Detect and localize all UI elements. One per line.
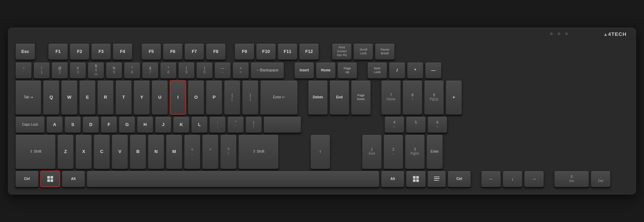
- key-comma[interactable]: < ,: [184, 135, 200, 169]
- key-d[interactable]: D: [83, 116, 99, 133]
- key-l[interactable]: L: [191, 116, 208, 133]
- key-scroll-lock[interactable]: ScrollLock: [353, 43, 373, 60]
- key-lalt[interactable]: Alt: [62, 171, 85, 187]
- key-insert[interactable]: Insert: [294, 62, 314, 79]
- key-backtick[interactable]: ~ `: [15, 62, 32, 79]
- key-j[interactable]: J: [155, 116, 171, 133]
- key-num9[interactable]: 9 PgUp: [424, 80, 444, 115]
- key-backspace[interactable]: ←Backspace: [251, 62, 284, 79]
- key-z[interactable]: Z: [57, 135, 74, 169]
- key-delete[interactable]: Delete: [308, 80, 328, 115]
- key-y[interactable]: Y: [134, 80, 150, 115]
- key-h[interactable]: H: [137, 116, 153, 133]
- key-lbracket[interactable]: { [: [224, 80, 240, 115]
- key-f1[interactable]: F1: [48, 43, 68, 60]
- key-v[interactable]: V: [112, 135, 128, 169]
- key-rbracket[interactable]: } ]: [242, 80, 258, 115]
- key-pageup[interactable]: PageUp: [337, 62, 357, 79]
- key-f6[interactable]: F6: [163, 43, 183, 60]
- key-5[interactable]: % 5: [106, 62, 122, 79]
- key-equals[interactable]: + =: [233, 62, 249, 79]
- key-num-multiply[interactable]: *: [407, 62, 423, 79]
- key-numlock[interactable]: NumLock: [367, 62, 387, 79]
- key-backslash[interactable]: | \: [246, 116, 262, 133]
- key-0[interactable]: ) 0: [196, 62, 213, 79]
- key-1[interactable]: ! 1: [33, 62, 50, 79]
- key-2[interactable]: @ 2: [52, 62, 68, 79]
- key-r[interactable]: R: [97, 80, 114, 115]
- key-num3[interactable]: 3 PgDn: [405, 135, 425, 169]
- key-print-screen[interactable]: PrintScreenSys Rq: [332, 43, 352, 60]
- key-num-divide[interactable]: /: [389, 62, 405, 79]
- key-enter-top[interactable]: Enter ↵: [260, 80, 298, 115]
- key-slash[interactable]: ? /: [220, 135, 237, 169]
- key-enter-bottom[interactable]: [264, 116, 301, 133]
- key-numdot[interactable]: . Del: [591, 171, 611, 187]
- key-f8[interactable]: F8: [206, 43, 226, 60]
- key-caps-lock[interactable]: Caps Lock: [15, 116, 45, 133]
- key-num8[interactable]: 8 ↑: [403, 80, 422, 115]
- key-home[interactable]: Home: [316, 62, 336, 79]
- key-num-plus[interactable]: +: [446, 80, 462, 115]
- key-s[interactable]: S: [65, 116, 81, 133]
- key-ralt[interactable]: Alt: [381, 171, 404, 187]
- key-space[interactable]: [87, 171, 379, 187]
- key-f12[interactable]: F12: [299, 43, 319, 60]
- key-o[interactable]: O: [188, 80, 204, 115]
- key-b[interactable]: B: [130, 135, 146, 169]
- key-quote[interactable]: " ': [227, 116, 244, 133]
- key-num7[interactable]: 7 Home: [381, 80, 401, 115]
- key-k[interactable]: K: [173, 116, 190, 133]
- key-pause-break[interactable]: PauseBreak: [375, 43, 395, 60]
- key-num0[interactable]: 0 Ins: [554, 171, 589, 187]
- key-arrow-down[interactable]: ↓: [503, 171, 522, 187]
- key-num1[interactable]: 1 End: [362, 135, 382, 169]
- key-arrow-left[interactable]: ←: [481, 171, 501, 187]
- key-8[interactable]: * 8: [160, 62, 177, 79]
- key-period[interactable]: > .: [202, 135, 219, 169]
- key-g[interactable]: G: [119, 116, 135, 133]
- key-menu[interactable]: [428, 171, 446, 187]
- key-c[interactable]: C: [94, 135, 110, 169]
- key-p[interactable]: P: [206, 80, 222, 115]
- key-e[interactable]: E: [79, 80, 96, 115]
- key-f7[interactable]: F7: [184, 43, 204, 60]
- key-arrow-up[interactable]: ↑: [310, 135, 330, 169]
- key-pagedown[interactable]: PageDown: [351, 80, 371, 115]
- key-f2[interactable]: F2: [70, 43, 89, 60]
- key-3[interactable]: # 3: [70, 62, 86, 79]
- key-arrow-right[interactable]: →: [524, 171, 544, 187]
- key-num5[interactable]: 5 ·: [406, 116, 426, 133]
- key-q[interactable]: Q: [43, 80, 59, 115]
- key-7[interactable]: & 7: [142, 62, 158, 79]
- key-t[interactable]: T: [115, 80, 132, 115]
- key-rwin[interactable]: [406, 171, 426, 187]
- key-num-minus[interactable]: —: [425, 62, 442, 79]
- key-x[interactable]: X: [75, 135, 92, 169]
- key-end[interactable]: End: [330, 80, 349, 115]
- key-m[interactable]: M: [166, 135, 182, 169]
- key-lctrl[interactable]: Ctrl: [15, 171, 39, 187]
- key-f5[interactable]: F5: [141, 43, 161, 60]
- key-semicolon[interactable]: : ;: [209, 116, 226, 133]
- key-i[interactable]: I: [170, 80, 186, 115]
- key-6[interactable]: ^ 6: [124, 62, 140, 79]
- key-4[interactable]: $ 4 5€: [88, 62, 104, 79]
- key-lshift[interactable]: ⇧ Shift: [15, 135, 56, 169]
- key-num4[interactable]: 4 ←: [384, 116, 404, 133]
- key-f[interactable]: F: [101, 116, 117, 133]
- key-f11[interactable]: F11: [278, 43, 297, 60]
- key-rctrl[interactable]: Ctrl: [448, 171, 471, 187]
- key-num6[interactable]: 6 →: [428, 116, 447, 133]
- key-w[interactable]: W: [61, 80, 78, 115]
- key-a[interactable]: A: [46, 116, 63, 133]
- key-esc[interactable]: Esc: [15, 43, 35, 60]
- key-n[interactable]: N: [148, 135, 164, 169]
- key-9[interactable]: ( 9: [178, 62, 195, 79]
- key-f3[interactable]: F3: [91, 43, 111, 60]
- key-num-enter[interactable]: Enter: [426, 135, 443, 169]
- key-f10[interactable]: F10: [256, 43, 276, 60]
- key-tab[interactable]: Tab ⇥: [15, 80, 41, 115]
- key-rshift[interactable]: ⇧ Shift: [238, 135, 279, 169]
- key-num2[interactable]: 2 ↓: [383, 135, 403, 169]
